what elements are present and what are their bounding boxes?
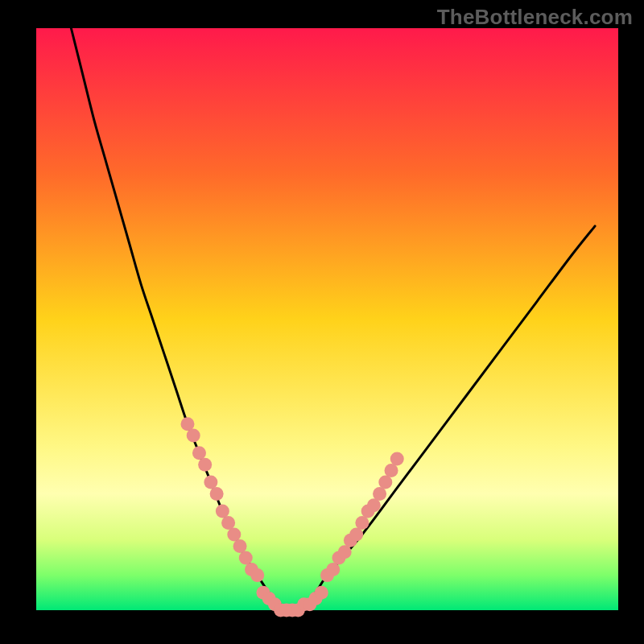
dot-highlight-dots-right [355,516,369,530]
dot-highlight-dots-right [326,563,340,576]
dot-highlight-dots-left [221,516,235,530]
dot-highlight-dots-left [239,551,253,564]
dot-highlight-dots-right [373,487,386,501]
dot-highlight-dots-left [210,487,224,501]
dot-highlight-dots-left [250,568,264,582]
dot-highlight-dots-floor [315,586,328,600]
dot-highlight-dots-right [385,464,398,477]
dot-highlight-dots-left [204,475,217,489]
chart-plot-area [36,28,618,610]
dot-highlight-dots-left [198,458,212,472]
dot-highlight-dots-right [349,528,363,542]
bottleneck-chart [0,0,644,644]
dot-highlight-dots-right [338,545,352,559]
dot-highlight-dots-left [192,446,206,460]
dot-highlight-dots-right [390,452,404,466]
dot-highlight-dots-left [180,417,194,431]
dot-highlight-dots-right [378,475,392,489]
dot-highlight-dots-left [227,528,241,542]
chart-frame: TheBottleneck.com [0,0,644,644]
dot-highlight-dots-right [367,498,381,512]
watermark-text: TheBottleneck.com [437,5,633,30]
dot-highlight-dots-left [187,429,200,443]
dot-highlight-dots-left [216,505,229,518]
dot-highlight-dots-left [233,539,247,553]
